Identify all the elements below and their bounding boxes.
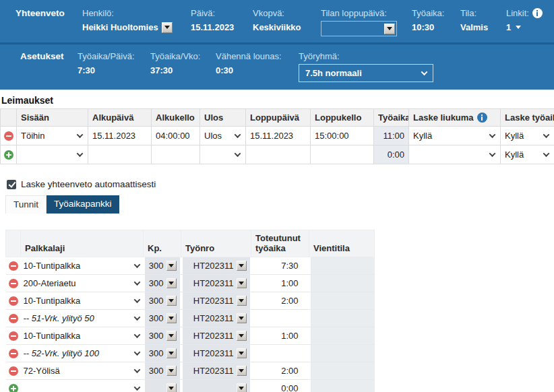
- laske-tyoaika-select[interactable]: Kyllä: [505, 150, 550, 160]
- alkukello-cell[interactable]: [152, 145, 200, 164]
- toteutunut-cell[interactable]: 1:00: [251, 275, 309, 292]
- tab-tunnit[interactable]: Tunnit: [5, 195, 47, 214]
- info-icon[interactable]: [477, 112, 487, 123]
- tyonro-dropdown-button[interactable]: [237, 261, 247, 271]
- remove-row-icon[interactable]: [9, 279, 18, 288]
- loppupaiva-cell[interactable]: [246, 145, 311, 164]
- state-end-date-field: Tilan loppupäivä:: [321, 7, 402, 36]
- kp-combo[interactable]: 300: [145, 327, 180, 344]
- remove-row-icon[interactable]: [9, 366, 18, 376]
- tyonro-combo[interactable]: HT202311: [183, 327, 250, 344]
- kp-dropdown-button[interactable]: [166, 278, 177, 288]
- vientitila-cell: [311, 310, 375, 327]
- kp-dropdown-button[interactable]: [166, 331, 177, 341]
- sisaan-select[interactable]: [21, 150, 84, 160]
- pay-type-row: -- 51-Vrk. ylityö 50 300 HT202311: [6, 310, 375, 327]
- info-icon[interactable]: [532, 8, 543, 18]
- kp-combo[interactable]: 300: [145, 345, 180, 362]
- loppukello-cell[interactable]: 15:00:00: [311, 127, 374, 145]
- palkkalaji-select[interactable]: 10-Tuntipalkka: [24, 331, 141, 341]
- tyonro-dropdown-button[interactable]: [237, 383, 247, 392]
- tyonro-combo[interactable]: HT202311: [183, 257, 250, 274]
- chevron-down-icon: [133, 314, 140, 321]
- palkkalaji-select[interactable]: -- 51-Vrk. ylityö 50: [24, 313, 141, 324]
- tyonro-combo[interactable]: HT202311: [183, 310, 250, 327]
- workgroup-select[interactable]: 7.5h normaali: [299, 64, 433, 82]
- settings-row: Asetukset Työaika/Päivä: 7:30 Työaika/Vk…: [0, 42, 554, 90]
- toteutunut-cell[interactable]: 2:00: [251, 292, 309, 310]
- palkkalaji-select[interactable]: 72-Yölisä: [24, 366, 141, 377]
- worktime-per-day-label: Työaika/Päivä:: [78, 51, 140, 62]
- kp-dropdown-button[interactable]: [166, 366, 177, 376]
- kp-combo[interactable]: [145, 380, 180, 392]
- remove-row-icon[interactable]: [9, 331, 18, 341]
- sisaan-select[interactable]: Töihin: [21, 131, 84, 141]
- summary-section-title: Yhteenveto: [16, 7, 72, 18]
- tyonro-dropdown-button[interactable]: [237, 313, 247, 323]
- kp-combo[interactable]: 300: [145, 362, 180, 379]
- state-end-date-dropdown-button[interactable]: [384, 24, 395, 34]
- tyonro-combo[interactable]: HT202311: [183, 275, 250, 292]
- alkukello-cell[interactable]: 04:00:00: [152, 127, 200, 145]
- kp-dropdown-button[interactable]: [166, 383, 177, 392]
- alkupaiva-cell[interactable]: [88, 145, 152, 164]
- tyonro-dropdown-button[interactable]: [237, 331, 247, 341]
- chevron-down-icon: [489, 131, 496, 138]
- toteutunut-cell[interactable]: 0:00: [251, 380, 309, 392]
- add-row-icon[interactable]: [4, 150, 13, 160]
- palkkalaji-select[interactable]: 200-Ateriaetu: [24, 278, 141, 289]
- kp-combo[interactable]: 300: [145, 257, 180, 274]
- tab-tyoaikapankki[interactable]: Työaikapankki: [47, 195, 119, 214]
- tyonro-combo[interactable]: HT202311: [183, 345, 250, 362]
- person-dropdown-button[interactable]: [162, 22, 173, 33]
- palkkalaji-select[interactable]: 10-Tuntipalkka: [24, 261, 141, 271]
- state-end-date-input[interactable]: [321, 21, 397, 36]
- remove-row-icon[interactable]: [9, 314, 18, 323]
- kp-combo[interactable]: 300: [145, 275, 180, 292]
- toteutunut-cell[interactable]: 7:30: [251, 257, 309, 275]
- tyonro-combo[interactable]: [183, 380, 250, 392]
- toteutunut-cell[interactable]: [251, 310, 309, 327]
- tyonro-dropdown-button[interactable]: [237, 366, 247, 376]
- links-dropdown[interactable]: 1: [506, 22, 543, 33]
- pay-type-row: 10-Tuntipalkka 300 HT202311 7:30: [6, 257, 375, 275]
- pay-type-row: -- 52-Vrk. ylityö 100 300 HT202311: [6, 345, 375, 362]
- remove-row-icon[interactable]: [4, 131, 13, 141]
- kp-dropdown-button[interactable]: [166, 348, 177, 358]
- toteutunut-cell[interactable]: 2:00: [251, 362, 309, 380]
- toteutunut-cell[interactable]: [251, 345, 309, 362]
- tyonro-dropdown-button[interactable]: [237, 278, 247, 288]
- stampings-header-row: Sisään Alkupäivä Alkukello Ulos Loppupäi…: [1, 109, 554, 127]
- kp-dropdown-button[interactable]: [166, 296, 177, 306]
- palkkalaji-select[interactable]: -- 52-Vrk. ylityö 100: [24, 348, 141, 359]
- tyonro-dropdown-button[interactable]: [237, 296, 247, 306]
- add-row-icon[interactable]: [9, 384, 18, 392]
- ulos-select[interactable]: Ulos: [204, 131, 241, 141]
- chevron-down-icon: [133, 349, 140, 356]
- chevron-down-icon: [489, 150, 496, 157]
- chevron-down-icon: [235, 150, 241, 157]
- loppupaiva-cell[interactable]: 15.11.2023: [246, 127, 311, 145]
- palkkalaji-select[interactable]: 10-Tuntipalkka: [24, 296, 141, 306]
- tyonro-combo[interactable]: HT202311: [183, 292, 250, 309]
- laske-liukuma-select[interactable]: Kyllä: [413, 131, 496, 141]
- laske-liukuma-select[interactable]: [413, 150, 496, 160]
- kp-dropdown-button[interactable]: [166, 313, 177, 323]
- toteutunut-cell[interactable]: 1:00: [251, 327, 309, 345]
- palkkalaji-select[interactable]: [24, 383, 141, 392]
- alkupaiva-cell[interactable]: 15.11.2023: [88, 127, 152, 145]
- tyonro-dropdown-button[interactable]: [237, 348, 247, 358]
- ulos-select[interactable]: [204, 150, 241, 160]
- tyonro-combo[interactable]: HT202311: [183, 362, 250, 379]
- remove-row-icon[interactable]: [9, 349, 18, 358]
- kp-dropdown-button[interactable]: [166, 261, 177, 271]
- laske-tyoaika-select[interactable]: Kyllä: [505, 131, 550, 141]
- remove-row-icon[interactable]: [9, 296, 18, 306]
- remove-row-icon[interactable]: [9, 261, 18, 271]
- auto-calc-checkbox[interactable]: [7, 180, 16, 189]
- workgroup-value: 7.5h normaali: [305, 68, 362, 78]
- kp-combo[interactable]: 300: [145, 292, 180, 309]
- loppukello-cell[interactable]: [311, 145, 374, 164]
- col-tyoaika: Työaika: [374, 109, 409, 127]
- kp-combo[interactable]: 300: [145, 310, 180, 327]
